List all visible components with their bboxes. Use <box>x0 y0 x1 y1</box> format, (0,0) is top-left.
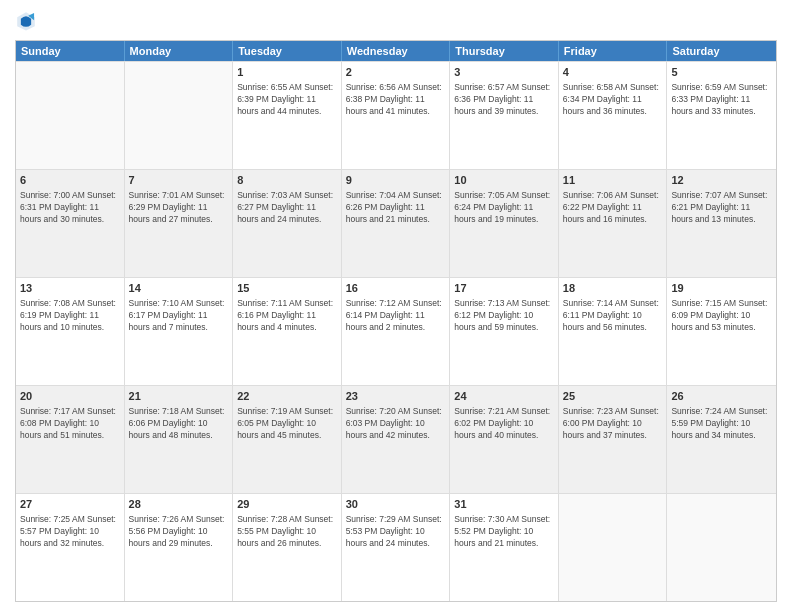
day-header: Monday <box>125 41 234 61</box>
day-detail: Sunrise: 6:57 AM Sunset: 6:36 PM Dayligh… <box>454 82 554 118</box>
calendar-cell: 27Sunrise: 7:25 AM Sunset: 5:57 PM Dayli… <box>16 494 125 601</box>
calendar-cell: 22Sunrise: 7:19 AM Sunset: 6:05 PM Dayli… <box>233 386 342 493</box>
calendar-cell: 13Sunrise: 7:08 AM Sunset: 6:19 PM Dayli… <box>16 278 125 385</box>
day-detail: Sunrise: 7:24 AM Sunset: 5:59 PM Dayligh… <box>671 406 772 442</box>
day-number: 15 <box>237 281 337 296</box>
day-number: 23 <box>346 389 446 404</box>
calendar-cell: 23Sunrise: 7:20 AM Sunset: 6:03 PM Dayli… <box>342 386 451 493</box>
day-number: 27 <box>20 497 120 512</box>
day-header: Friday <box>559 41 668 61</box>
day-detail: Sunrise: 7:04 AM Sunset: 6:26 PM Dayligh… <box>346 190 446 226</box>
day-detail: Sunrise: 7:25 AM Sunset: 5:57 PM Dayligh… <box>20 514 120 550</box>
day-header: Sunday <box>16 41 125 61</box>
day-detail: Sunrise: 7:21 AM Sunset: 6:02 PM Dayligh… <box>454 406 554 442</box>
calendar-week: 6Sunrise: 7:00 AM Sunset: 6:31 PM Daylig… <box>16 169 776 277</box>
day-number: 1 <box>237 65 337 80</box>
calendar-cell: 18Sunrise: 7:14 AM Sunset: 6:11 PM Dayli… <box>559 278 668 385</box>
day-number: 30 <box>346 497 446 512</box>
calendar-cell: 26Sunrise: 7:24 AM Sunset: 5:59 PM Dayli… <box>667 386 776 493</box>
day-number: 28 <box>129 497 229 512</box>
day-header: Wednesday <box>342 41 451 61</box>
calendar-cell: 21Sunrise: 7:18 AM Sunset: 6:06 PM Dayli… <box>125 386 234 493</box>
day-detail: Sunrise: 7:00 AM Sunset: 6:31 PM Dayligh… <box>20 190 120 226</box>
day-number: 16 <box>346 281 446 296</box>
calendar-body: 1Sunrise: 6:55 AM Sunset: 6:39 PM Daylig… <box>16 61 776 601</box>
calendar-cell: 31Sunrise: 7:30 AM Sunset: 5:52 PM Dayli… <box>450 494 559 601</box>
calendar-cell: 25Sunrise: 7:23 AM Sunset: 6:00 PM Dayli… <box>559 386 668 493</box>
day-detail: Sunrise: 7:18 AM Sunset: 6:06 PM Dayligh… <box>129 406 229 442</box>
day-detail: Sunrise: 7:30 AM Sunset: 5:52 PM Dayligh… <box>454 514 554 550</box>
calendar-cell: 15Sunrise: 7:11 AM Sunset: 6:16 PM Dayli… <box>233 278 342 385</box>
day-header: Saturday <box>667 41 776 61</box>
header <box>15 10 777 32</box>
day-number: 21 <box>129 389 229 404</box>
calendar-cell: 3Sunrise: 6:57 AM Sunset: 6:36 PM Daylig… <box>450 62 559 169</box>
calendar-cell: 16Sunrise: 7:12 AM Sunset: 6:14 PM Dayli… <box>342 278 451 385</box>
calendar-week: 13Sunrise: 7:08 AM Sunset: 6:19 PM Dayli… <box>16 277 776 385</box>
day-number: 5 <box>671 65 772 80</box>
day-number: 29 <box>237 497 337 512</box>
day-detail: Sunrise: 6:58 AM Sunset: 6:34 PM Dayligh… <box>563 82 663 118</box>
calendar-cell: 2Sunrise: 6:56 AM Sunset: 6:38 PM Daylig… <box>342 62 451 169</box>
day-number: 31 <box>454 497 554 512</box>
calendar-cell: 19Sunrise: 7:15 AM Sunset: 6:09 PM Dayli… <box>667 278 776 385</box>
calendar-cell: 5Sunrise: 6:59 AM Sunset: 6:33 PM Daylig… <box>667 62 776 169</box>
day-number: 7 <box>129 173 229 188</box>
calendar-cell: 29Sunrise: 7:28 AM Sunset: 5:55 PM Dayli… <box>233 494 342 601</box>
day-number: 17 <box>454 281 554 296</box>
calendar-cell: 28Sunrise: 7:26 AM Sunset: 5:56 PM Dayli… <box>125 494 234 601</box>
day-detail: Sunrise: 7:12 AM Sunset: 6:14 PM Dayligh… <box>346 298 446 334</box>
calendar-cell: 4Sunrise: 6:58 AM Sunset: 6:34 PM Daylig… <box>559 62 668 169</box>
calendar-header-row: SundayMondayTuesdayWednesdayThursdayFrid… <box>16 41 776 61</box>
day-number: 6 <box>20 173 120 188</box>
day-number: 12 <box>671 173 772 188</box>
calendar-cell: 12Sunrise: 7:07 AM Sunset: 6:21 PM Dayli… <box>667 170 776 277</box>
calendar-cell <box>667 494 776 601</box>
day-header: Tuesday <box>233 41 342 61</box>
day-detail: Sunrise: 7:15 AM Sunset: 6:09 PM Dayligh… <box>671 298 772 334</box>
page: SundayMondayTuesdayWednesdayThursdayFrid… <box>0 0 792 612</box>
logo <box>15 10 39 32</box>
day-detail: Sunrise: 6:59 AM Sunset: 6:33 PM Dayligh… <box>671 82 772 118</box>
calendar-cell <box>16 62 125 169</box>
calendar-cell: 1Sunrise: 6:55 AM Sunset: 6:39 PM Daylig… <box>233 62 342 169</box>
calendar-cell: 10Sunrise: 7:05 AM Sunset: 6:24 PM Dayli… <box>450 170 559 277</box>
day-detail: Sunrise: 7:23 AM Sunset: 6:00 PM Dayligh… <box>563 406 663 442</box>
day-detail: Sunrise: 7:08 AM Sunset: 6:19 PM Dayligh… <box>20 298 120 334</box>
day-number: 20 <box>20 389 120 404</box>
day-number: 9 <box>346 173 446 188</box>
day-detail: Sunrise: 7:07 AM Sunset: 6:21 PM Dayligh… <box>671 190 772 226</box>
calendar-cell: 20Sunrise: 7:17 AM Sunset: 6:08 PM Dayli… <box>16 386 125 493</box>
day-number: 24 <box>454 389 554 404</box>
day-detail: Sunrise: 7:29 AM Sunset: 5:53 PM Dayligh… <box>346 514 446 550</box>
day-number: 22 <box>237 389 337 404</box>
day-header: Thursday <box>450 41 559 61</box>
day-detail: Sunrise: 7:19 AM Sunset: 6:05 PM Dayligh… <box>237 406 337 442</box>
day-detail: Sunrise: 7:14 AM Sunset: 6:11 PM Dayligh… <box>563 298 663 334</box>
calendar-cell: 9Sunrise: 7:04 AM Sunset: 6:26 PM Daylig… <box>342 170 451 277</box>
day-number: 25 <box>563 389 663 404</box>
day-detail: Sunrise: 7:26 AM Sunset: 5:56 PM Dayligh… <box>129 514 229 550</box>
logo-icon <box>15 10 37 32</box>
day-detail: Sunrise: 7:01 AM Sunset: 6:29 PM Dayligh… <box>129 190 229 226</box>
day-detail: Sunrise: 6:55 AM Sunset: 6:39 PM Dayligh… <box>237 82 337 118</box>
calendar-cell: 30Sunrise: 7:29 AM Sunset: 5:53 PM Dayli… <box>342 494 451 601</box>
day-detail: Sunrise: 7:17 AM Sunset: 6:08 PM Dayligh… <box>20 406 120 442</box>
calendar-week: 20Sunrise: 7:17 AM Sunset: 6:08 PM Dayli… <box>16 385 776 493</box>
day-number: 26 <box>671 389 772 404</box>
day-detail: Sunrise: 7:11 AM Sunset: 6:16 PM Dayligh… <box>237 298 337 334</box>
day-number: 19 <box>671 281 772 296</box>
day-number: 3 <box>454 65 554 80</box>
calendar-cell: 17Sunrise: 7:13 AM Sunset: 6:12 PM Dayli… <box>450 278 559 385</box>
calendar-cell: 6Sunrise: 7:00 AM Sunset: 6:31 PM Daylig… <box>16 170 125 277</box>
day-detail: Sunrise: 7:13 AM Sunset: 6:12 PM Dayligh… <box>454 298 554 334</box>
day-number: 8 <box>237 173 337 188</box>
day-number: 14 <box>129 281 229 296</box>
day-detail: Sunrise: 7:06 AM Sunset: 6:22 PM Dayligh… <box>563 190 663 226</box>
calendar-week: 1Sunrise: 6:55 AM Sunset: 6:39 PM Daylig… <box>16 61 776 169</box>
calendar: SundayMondayTuesdayWednesdayThursdayFrid… <box>15 40 777 602</box>
day-detail: Sunrise: 7:10 AM Sunset: 6:17 PM Dayligh… <box>129 298 229 334</box>
calendar-cell: 11Sunrise: 7:06 AM Sunset: 6:22 PM Dayli… <box>559 170 668 277</box>
calendar-cell <box>125 62 234 169</box>
day-number: 13 <box>20 281 120 296</box>
